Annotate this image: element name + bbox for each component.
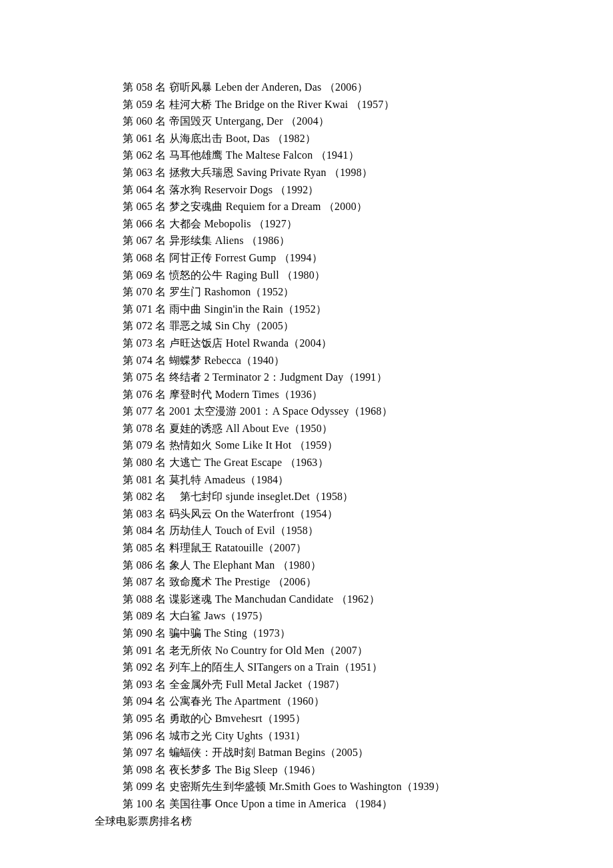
rank-prefix: 第 (123, 525, 136, 536)
movie-year: （1986） (247, 235, 290, 246)
title-chinese: 终结者 2 (169, 371, 210, 383)
rank-number: 078 (136, 423, 153, 434)
rank-prefix: 第 (123, 661, 136, 673)
rank-prefix: 第 (123, 576, 136, 587)
title-english: Once Upon a time in America (215, 798, 349, 809)
rank-suffix: 名 (153, 474, 169, 485)
rank-number: 075 (136, 371, 153, 383)
rank-suffix: 名 (153, 133, 169, 144)
title-english: Bmvehesrt (215, 713, 263, 724)
title-chinese: 雨中曲 (169, 303, 202, 315)
movie-year: （1957） (351, 99, 394, 110)
title-english: The Prestige (215, 576, 273, 587)
rank-suffix: 名 (153, 798, 169, 809)
movie-year: （1980） (282, 269, 325, 281)
rank-suffix: 名 (153, 695, 169, 707)
movie-item: 第 091 名 老无所依 No Country for Old Men（2007… (95, 642, 613, 659)
title-english: Mebopolis (204, 218, 253, 229)
title-chinese: 愤怒的公牛 (169, 269, 223, 281)
title-english: The Great Escape (204, 457, 285, 468)
rank-suffix: 名 (153, 389, 169, 400)
movie-item: 第 074 名 蝴蝶梦 Rebecca（1940） (95, 352, 613, 369)
rank-suffix: 名 (153, 661, 169, 673)
rank-prefix: 第 (123, 81, 136, 93)
movie-item: 第 061 名 从海底出击 Boot, Das （1982） (95, 130, 613, 147)
movie-year: （1963） (285, 457, 328, 468)
title-english: The Manchudan Candidate (215, 593, 336, 605)
movie-year: （1952） (251, 286, 294, 297)
title-chinese: 阿甘正传 (169, 252, 213, 263)
title-english: SITangers on a Train (247, 661, 339, 673)
rank-number: 085 (136, 542, 153, 553)
title-chinese: 老无所依 (169, 645, 213, 656)
rank-suffix: 名 (153, 201, 169, 212)
rank-number: 099 (136, 781, 153, 792)
movie-year: （2006） (324, 81, 368, 93)
rank-number: 058 (136, 81, 153, 93)
title-english: On the Waterfront (215, 508, 295, 519)
movie-year: （2005） (251, 320, 294, 331)
title-english: Untergang, Der (215, 115, 286, 127)
rank-suffix: 名 (153, 99, 169, 110)
movie-year: （1962） (336, 593, 380, 605)
rank-prefix: 第 (123, 679, 136, 690)
title-chinese: 异形续集 (169, 235, 213, 246)
title-chinese: 罪恶之城 (169, 320, 213, 331)
rank-number: 073 (136, 337, 153, 349)
rank-suffix: 名 (153, 559, 169, 571)
movie-item: 第 096 名 城市之光 City Ughts（1931） (95, 727, 613, 745)
movie-year: （1980） (278, 559, 321, 571)
movie-year: （1973） (247, 627, 291, 639)
title-chinese: 谍影迷魂 (169, 593, 213, 605)
movie-item: 第 076 名 摩登时代 Modern Times（1936） (95, 386, 613, 403)
rank-suffix: 名 (153, 764, 169, 775)
movie-item: 第 064 名 落水狗 Reservoir Dogs （1992） (95, 181, 613, 199)
title-english: Singin'in the Rain (204, 303, 283, 315)
rank-prefix: 第 (123, 627, 136, 639)
movie-item: 第 089 名 大白鲨 Jaws（1975） (95, 607, 613, 625)
rank-number: 090 (136, 627, 153, 639)
rank-suffix: 名 (153, 269, 169, 281)
rank-prefix: 第 (123, 184, 136, 195)
rank-number: 072 (136, 320, 153, 331)
rank-suffix: 名 (153, 355, 169, 366)
rank-suffix: 名 (153, 184, 169, 195)
rank-suffix: 名 (153, 252, 169, 263)
title-chinese: 拯救大兵瑞恩 (169, 167, 234, 178)
movie-item: 第 085 名 料理鼠王 Ratatouille（2007） (95, 539, 613, 557)
title-chinese: 美国往事 (169, 798, 213, 809)
rank-prefix: 第 (123, 747, 136, 758)
rank-suffix: 名 (153, 730, 169, 741)
movie-year: （1958） (275, 525, 318, 536)
rank-suffix: 名 (153, 627, 169, 639)
movie-year: （1946） (278, 764, 321, 775)
movie-year: （2005） (325, 747, 368, 758)
rank-suffix: 名 (153, 542, 169, 553)
movie-item: 第 067 名 异形续集 Aliens （1986） (95, 232, 613, 249)
rank-prefix: 第 (123, 730, 136, 741)
rank-suffix: 名 (153, 405, 169, 417)
title-english: All About Eve (226, 423, 289, 434)
title-chinese: 蝴蝶梦 (169, 355, 202, 366)
title-chinese: 公寓春光 (169, 695, 213, 707)
rank-suffix: 名 (153, 679, 169, 690)
rank-prefix: 第 (123, 269, 136, 281)
rank-prefix: 第 (123, 781, 136, 792)
movie-item: 第 075 名 终结者 2 Terminator 2：Judgment Day（… (95, 369, 613, 386)
movie-year: （1936） (279, 389, 322, 400)
movie-year: （1959） (295, 439, 338, 451)
rank-prefix: 第 (123, 337, 136, 349)
rank-number: 096 (136, 730, 153, 741)
movie-item: 第 078 名 夏娃的诱惑 All About Eve（1950） (95, 420, 613, 437)
movie-item: 第 072 名 罪恶之城 Sin Chy（2005） (95, 317, 613, 335)
rank-prefix: 第 (123, 133, 136, 144)
rank-prefix: 第 (123, 645, 136, 656)
footer-heading: 全球电影票房排名榜 (95, 813, 613, 830)
rank-suffix: 名 (153, 115, 169, 127)
rank-suffix: 名 (153, 525, 169, 536)
rank-number: 082 (136, 491, 153, 502)
rank-prefix: 第 (123, 218, 136, 229)
title-chinese: 马耳他雄鹰 (169, 149, 223, 161)
title-chinese: 帝国毁灭 (169, 115, 213, 127)
title-chinese: 梦之安魂曲 (169, 201, 223, 212)
